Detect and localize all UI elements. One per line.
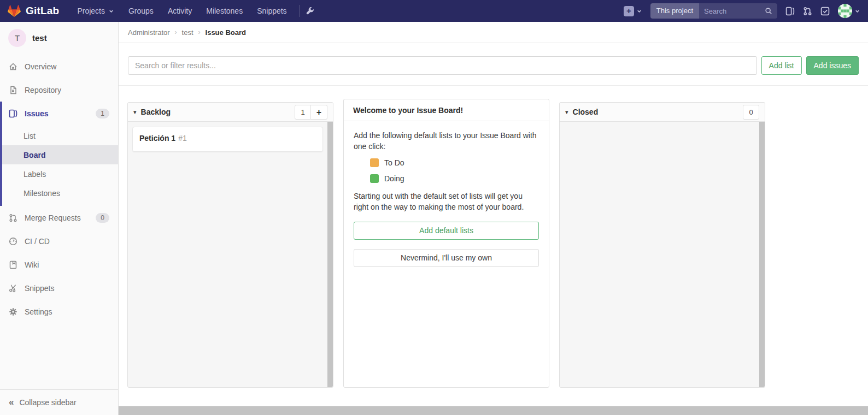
sidebar-item-settings[interactable]: Settings [0, 300, 118, 323]
board-filter-bar: Add list Add issues [119, 43, 868, 86]
board-horizontal-scrollbar[interactable] [119, 406, 868, 415]
caret-down-icon[interactable]: ▾ [565, 109, 568, 116]
closed-column-body [560, 122, 765, 387]
top-navbar: GitLab Projects Groups Activity Mileston… [0, 0, 868, 22]
backlog-column-body: Petición 1#1 [128, 122, 333, 387]
collapse-sidebar-button[interactable]: « Collapse sidebar [0, 389, 118, 415]
nav-link-projects[interactable]: Projects [70, 0, 121, 22]
project-sidebar: T test Overview Repository Issues 1 List… [0, 22, 119, 415]
tanuki-icon [8, 4, 21, 17]
sidebar-item-overview[interactable]: Overview [0, 55, 118, 78]
primary-nav: Projects Groups Activity Milestones Snip… [70, 0, 294, 22]
closed-scrollbar[interactable] [759, 122, 765, 387]
board-horizontal-scrollbar-track [119, 406, 868, 415]
board-column-closed: ▾ Closed 0 [559, 102, 765, 388]
issue-card-id: #1 [178, 134, 187, 143]
chevron-down-icon [854, 8, 860, 14]
gitlab-logo[interactable]: GitLab [8, 4, 59, 17]
issues-submenu: List Board Labels Milestones [2, 125, 118, 206]
breadcrumb-test[interactable]: test [182, 28, 193, 37]
default-label-doing: Doing [370, 173, 539, 184]
search-input[interactable] [704, 7, 761, 15]
board-welcome-panel: Welcome to your Issue Board! Add the fol… [343, 99, 549, 388]
issue-board: ▾ Backlog 1 + Petición 1#1 Welcome to yo… [119, 86, 868, 406]
nav-divider [300, 5, 300, 17]
breadcrumb: Administrator › test › Issue Board [119, 22, 868, 43]
breadcrumb-administrator[interactable]: Administrator [128, 28, 170, 37]
add-list-button[interactable]: Add list [761, 56, 802, 75]
nav-link-snippets[interactable]: Snippets [250, 0, 294, 22]
brand-name: GitLab [26, 5, 59, 17]
add-issues-button[interactable]: Add issues [806, 56, 859, 75]
merge-requests-icon[interactable] [803, 7, 812, 16]
scissors-icon [9, 284, 17, 293]
sidebar-item-merge-requests[interactable]: Merge Requests 0 [0, 206, 118, 229]
todos-icon[interactable] [820, 7, 830, 16]
welcome-panel-title: Welcome to your Issue Board! [344, 99, 549, 121]
todo-label-name: To Do [384, 157, 404, 168]
caret-down-icon[interactable]: ▾ [133, 109, 137, 116]
search-input-wrap [699, 3, 777, 19]
sidebar-item-issues[interactable]: Issues 1 [2, 102, 118, 125]
nevermind-button[interactable]: Nevermind, I'll use my own [354, 249, 539, 267]
double-chevron-left-icon: « [9, 397, 14, 408]
closed-column-title[interactable]: Closed [573, 108, 599, 116]
search-icon [765, 7, 772, 15]
add-default-lists-button[interactable]: Add default lists [354, 222, 539, 240]
book-icon [9, 260, 17, 269]
sidebar-item-snippets[interactable]: Snippets [0, 276, 118, 300]
welcome-outro-text: Starting out with the default set of lis… [354, 191, 539, 213]
filter-search-input[interactable] [128, 56, 757, 75]
issue-card-title: Petición 1 [139, 134, 175, 143]
backlog-count-badge: 1 [295, 105, 311, 120]
breadcrumb-separator: › [175, 28, 177, 36]
welcome-intro-text: Add the following default lists to your … [354, 130, 539, 152]
nav-link-groups[interactable]: Groups [121, 0, 161, 22]
merge-requests-count-badge: 0 [96, 213, 109, 223]
chevron-down-icon [636, 8, 642, 14]
document-icon [9, 86, 17, 94]
sidebar-item-wiki[interactable]: Wiki [0, 253, 118, 276]
backlog-add-issue-button[interactable]: + [311, 105, 327, 120]
project-context[interactable]: T test [0, 22, 118, 55]
backlog-column-header: ▾ Backlog 1 + [128, 103, 333, 122]
nav-link-milestones[interactable]: Milestones [199, 0, 250, 22]
closed-count-badge: 0 [743, 105, 759, 120]
navbar-search: This project [650, 3, 777, 19]
sidebar-item-repository[interactable]: Repository [0, 78, 118, 102]
todo-label-swatch [370, 158, 379, 167]
nav-link-activity[interactable]: Activity [161, 0, 199, 22]
sidebar-item-issues-labels[interactable]: Labels [2, 164, 118, 183]
gauge-icon [9, 237, 17, 246]
issues-dashboard-icon[interactable] [785, 7, 795, 16]
doing-label-name: Doing [384, 173, 404, 184]
main-content: Administrator › test › Issue Board Add l… [119, 22, 868, 415]
project-name: test [32, 33, 47, 43]
issues-count-badge: 1 [96, 109, 109, 118]
breadcrumb-separator: › [198, 28, 201, 36]
issues-icon [9, 109, 17, 118]
board-column-backlog: ▾ Backlog 1 + Petición 1#1 [127, 102, 333, 388]
sidebar-item-issues-list[interactable]: List [2, 126, 118, 145]
search-scope-badge[interactable]: This project [650, 3, 699, 19]
welcome-panel-body: Add the following default lists to your … [344, 121, 549, 276]
navbar-right: + This project [624, 3, 860, 19]
admin-wrench-icon[interactable] [306, 7, 315, 16]
sidebar-item-issues-milestones[interactable]: Milestones [2, 183, 118, 203]
merge-request-icon [9, 214, 17, 222]
closed-column-header: ▾ Closed 0 [560, 103, 765, 122]
home-icon [9, 62, 17, 71]
project-avatar: T [8, 29, 26, 47]
chevron-down-icon [108, 8, 114, 14]
breadcrumb-current: Issue Board [206, 28, 246, 37]
user-menu[interactable] [838, 4, 860, 18]
issue-card[interactable]: Petición 1#1 [132, 127, 323, 152]
sidebar-item-ci-cd[interactable]: CI / CD [0, 229, 118, 253]
backlog-scrollbar[interactable] [327, 122, 333, 387]
user-avatar [838, 4, 852, 18]
doing-label-swatch [370, 174, 379, 183]
gear-icon [9, 307, 17, 316]
backlog-column-title[interactable]: Backlog [141, 108, 171, 116]
sidebar-item-issues-board[interactable]: Board [2, 145, 118, 164]
new-menu-button[interactable]: + [624, 6, 642, 16]
